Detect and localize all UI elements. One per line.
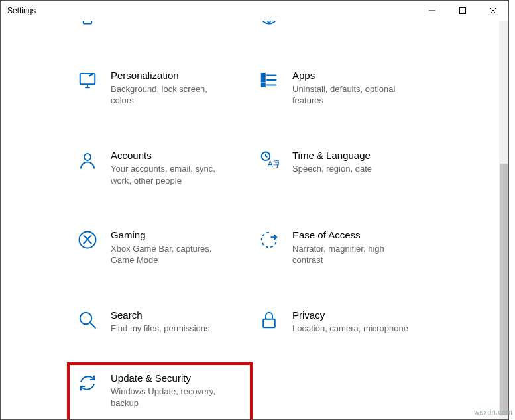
tile-desc: Uninstall, defaults, optional features <box>292 83 408 107</box>
svg-point-16 <box>84 154 91 160</box>
tile-desc: Find my files, permissions <box>111 323 227 335</box>
apps-icon <box>258 69 280 91</box>
xbox-icon <box>76 229 99 251</box>
tile-update-security[interactable]: Update & Security Windows Update, recove… <box>74 369 246 419</box>
tile-search[interactable]: Search Find my files, permissions <box>74 306 246 337</box>
tile-desc: Narrator, magnifier, high contrast <box>292 243 408 266</box>
settings-grid: Link your Android, iPhone Wi-Fi, airplan… <box>74 21 486 419</box>
time-language-icon: A字 <box>258 149 280 172</box>
tile-title: Update & Security <box>111 372 233 385</box>
tile-desc: Windows Update, recovery, backup <box>111 386 227 409</box>
close-icon <box>490 7 496 14</box>
close-button[interactable] <box>478 1 508 21</box>
tile-ease-of-access[interactable]: Ease of Access Narrator, magnifier, high… <box>255 226 428 269</box>
window-title: Settings <box>7 6 36 15</box>
svg-line-21 <box>90 323 96 329</box>
tile-title: Time & Language <box>292 149 425 162</box>
svg-rect-1 <box>460 8 466 14</box>
globe-icon <box>258 21 280 26</box>
ease-of-access-icon <box>258 229 280 251</box>
svg-rect-12 <box>262 83 265 87</box>
tile-desc: Location, camera, microphone <box>292 323 408 335</box>
phone-icon <box>76 21 99 26</box>
tile-desc: Your accounts, email, sync, work, other … <box>111 163 227 186</box>
tile-time-language[interactable]: A字 Time & Language Speech, region, date <box>255 146 428 189</box>
window-controls <box>417 1 508 21</box>
tile-accounts[interactable]: Accounts Your accounts, email, sync, wor… <box>74 146 246 189</box>
tile-desc: Speech, region, date <box>292 163 408 175</box>
tile-gaming[interactable]: Gaming Xbox Game Bar, captures, Game Mod… <box>74 226 246 269</box>
tile-network[interactable]: Wi-Fi, airplane mode, VPN <box>255 21 428 29</box>
tile-title: Gaming <box>111 229 243 242</box>
tile-title: Accounts <box>111 149 243 162</box>
tile-desc: Xbox Game Bar, captures, Game Mode <box>111 243 227 266</box>
personalization-icon <box>76 69 99 91</box>
titlebar: Settings <box>1 1 508 21</box>
tile-title: Privacy <box>292 309 425 322</box>
tile-title: Search <box>111 309 243 322</box>
tile-apps[interactable]: Apps Uninstall, defaults, optional featu… <box>255 66 428 109</box>
person-icon <box>76 149 99 172</box>
tile-title: Personalization <box>111 69 243 82</box>
search-icon <box>76 309 99 331</box>
scrollbar[interactable] <box>499 21 508 419</box>
watermark: wsxdn.com <box>474 408 512 416</box>
svg-rect-22 <box>263 319 275 328</box>
tile-phone[interactable]: Link your Android, iPhone <box>74 21 246 29</box>
settings-window: Settings Link your Android, iPhone <box>0 0 509 420</box>
maximize-icon <box>459 7 466 14</box>
minimize-icon <box>429 7 435 14</box>
svg-rect-4 <box>84 21 92 24</box>
svg-rect-11 <box>262 79 265 82</box>
tile-privacy[interactable]: Privacy Location, camera, microphone <box>255 306 428 337</box>
svg-rect-10 <box>262 74 265 77</box>
tile-title: Apps <box>292 69 425 82</box>
tile-desc: Background, lock screen, colors <box>111 83 227 107</box>
sync-icon <box>76 372 99 394</box>
svg-text:A字: A字 <box>268 159 280 169</box>
minimize-button[interactable] <box>417 1 447 21</box>
svg-rect-7 <box>80 74 95 84</box>
lock-icon <box>258 309 280 331</box>
svg-point-20 <box>80 313 92 325</box>
settings-content: Link your Android, iPhone Wi-Fi, airplan… <box>1 21 499 419</box>
maximize-button[interactable] <box>447 1 478 21</box>
tile-title: Ease of Access <box>292 229 425 242</box>
scrollbar-thumb[interactable] <box>500 164 508 415</box>
tile-personalization[interactable]: Personalization Background, lock screen,… <box>74 66 246 109</box>
